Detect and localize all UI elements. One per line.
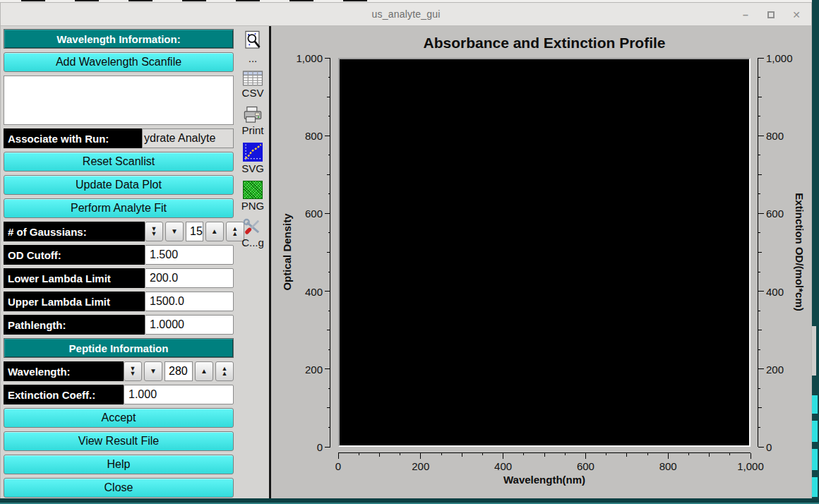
close-window-button[interactable]: ✕	[789, 7, 804, 23]
axis-tick	[758, 213, 764, 214]
pathlength-field[interactable]: 1.0000	[145, 315, 234, 335]
gaussians-row: # of Gaussians: ▼▼ ▼ 15 ▲ ▲▲	[4, 222, 234, 241]
background-window-fragment	[812, 326, 816, 376]
accept-button[interactable]: Accept	[4, 408, 234, 428]
toolbar-png[interactable]: PNG	[241, 181, 265, 212]
upper-lambda-field[interactable]: 1500.0	[145, 292, 234, 311]
axis-tick	[523, 453, 524, 455]
peptide-wavelength-value[interactable]: 280	[165, 361, 193, 381]
spin-double-down-button[interactable]: ▼▼	[124, 361, 142, 381]
extinction-coeff-field[interactable]: 1.000	[124, 385, 234, 404]
axis-tick	[379, 453, 380, 457]
toolbar-print[interactable]: Print	[242, 105, 264, 136]
sidebar: Wavelength Information: Add Wavelength S…	[1, 26, 237, 498]
background-window-fragment	[812, 421, 818, 442]
toolbar-zoom[interactable]: ...	[244, 30, 262, 64]
axis-tick	[400, 453, 400, 455]
axis-tick	[758, 252, 762, 253]
double-down-icon: ▼	[151, 232, 157, 236]
spin-double-down-button[interactable]: ▼▼	[145, 222, 163, 241]
x-axis-title: Wavelength(nm)	[503, 474, 585, 486]
od-cutoff-label: OD Cutoff:	[4, 245, 145, 265]
minimize-button[interactable]: –	[738, 7, 753, 23]
minimize-icon: –	[743, 9, 748, 20]
axis-tick-label: 200	[412, 460, 429, 472]
axis-tick	[327, 174, 330, 175]
toolbar-config[interactable]: C...g	[241, 218, 264, 248]
axis-tick	[758, 427, 760, 428]
axis-tick-label: 0	[335, 460, 341, 472]
plot-canvas[interactable]	[338, 58, 751, 447]
view-result-file-button[interactable]: View Result File	[4, 431, 234, 451]
spin-down-button[interactable]: ▼	[144, 361, 162, 381]
axis-tick	[328, 116, 330, 116]
maximize-icon	[767, 11, 775, 18]
svg-chart-icon	[243, 143, 263, 162]
screen: us_analyte_gui – ✕ Wavelength Informatio…	[0, 0, 819, 504]
axis-tick	[359, 453, 359, 455]
reset-scanlist-button[interactable]: Reset Scanlist	[4, 152, 234, 172]
axis-tick-label: 0	[766, 441, 772, 453]
axis-tick	[758, 155, 760, 155]
associate-run-value[interactable]: ydrate Analyte	[142, 128, 234, 148]
axis-tick	[758, 272, 760, 272]
gaussians-label: # of Gaussians:	[4, 222, 145, 241]
axis-tick	[328, 388, 330, 389]
axis-tick-label: 1,000	[737, 460, 764, 472]
down-icon: ▼	[171, 229, 178, 234]
spin-up-button[interactable]: ▲	[195, 361, 213, 381]
lower-lambda-label: Lower Lambda Limit	[4, 268, 145, 288]
axis-tick	[325, 213, 330, 214]
axis-tick-label: 1,000	[766, 52, 793, 64]
axis-tick	[544, 453, 545, 457]
add-wavelength-scanfile-button[interactable]: Add Wavelength Scanfile	[4, 52, 234, 72]
axis-tick-label: 400	[305, 285, 323, 297]
axis-tick	[327, 407, 330, 408]
axis-tick-label: 800	[659, 460, 677, 472]
axis-tick	[709, 453, 710, 457]
maximize-button[interactable]	[763, 7, 779, 23]
upper-lambda-row: Upper Lambda Limit 1500.0	[4, 292, 234, 311]
spin-up-button[interactable]: ▲	[205, 222, 224, 241]
double-up-icon: ▲	[222, 371, 228, 376]
axis-tick	[758, 407, 762, 408]
titlebar[interactable]: us_analyte_gui – ✕	[1, 3, 811, 26]
wavelength-scanfile-list[interactable]	[4, 76, 234, 125]
axis-tick-label: 200	[305, 363, 323, 375]
spin-down-button[interactable]: ▼	[165, 222, 184, 241]
lower-lambda-field[interactable]: 200.0	[145, 268, 234, 288]
axis-tick	[758, 58, 764, 59]
axis-tick	[758, 136, 764, 136]
axis-tick	[688, 453, 689, 455]
axis-tick	[327, 252, 330, 253]
close-button[interactable]: Close	[4, 478, 234, 498]
axis-tick-label: 200	[766, 363, 784, 375]
extinction-coeff-label: Extinction Coeff.:	[4, 385, 124, 404]
toolbar-svg-label: SVG	[241, 162, 264, 174]
y-axis-left-title: Optical Density	[281, 213, 293, 290]
axis-tick	[626, 453, 627, 457]
background-window-fragment	[812, 477, 818, 497]
toolbar-csv[interactable]: CSV	[242, 71, 264, 99]
axis-tick	[758, 447, 764, 448]
perform-analyte-fit-button[interactable]: Perform Analyte Fit	[4, 198, 234, 218]
double-down-icon: ▼	[130, 371, 136, 376]
axis-tick	[328, 272, 330, 272]
axis-tick	[328, 155, 330, 155]
background-window-fragment	[812, 395, 818, 414]
help-button[interactable]: Help	[4, 455, 234, 474]
axis-tick-label: 400	[494, 460, 512, 472]
update-data-plot-button[interactable]: Update Data Plot	[4, 175, 234, 195]
spin-double-up-button[interactable]: ▲▲	[215, 361, 234, 381]
axis-tick	[328, 311, 330, 311]
axis-tick	[325, 368, 330, 369]
plot-panel: Absorbance and Extinction Profile 020040…	[271, 26, 811, 498]
peptide-info-header: Peptide Information	[4, 338, 234, 358]
axis-tick	[325, 58, 330, 59]
gaussians-value[interactable]: 15	[186, 222, 203, 241]
axis-tick	[462, 453, 462, 457]
od-cutoff-field[interactable]: 1.500	[145, 245, 234, 265]
od-cutoff-row: OD Cutoff: 1.500	[4, 245, 234, 265]
pathlength-label: Pathlength:	[4, 315, 145, 335]
toolbar-svg[interactable]: SVG	[241, 143, 264, 174]
